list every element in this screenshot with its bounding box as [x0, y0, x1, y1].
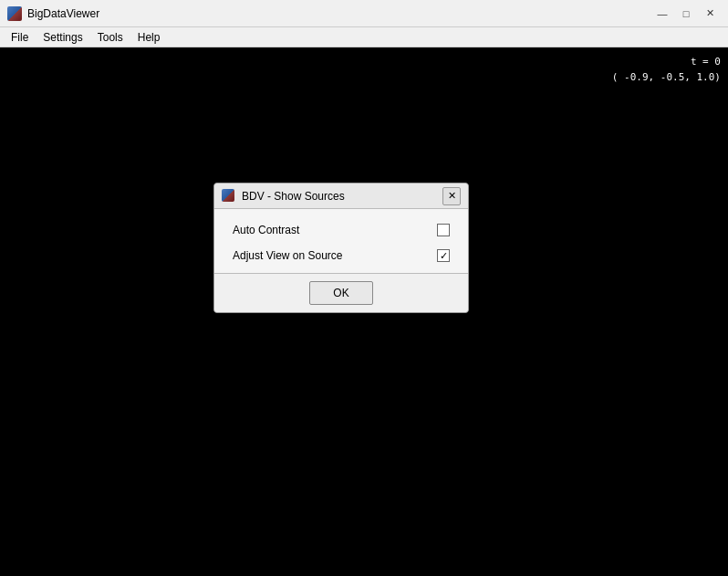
auto-contrast-row: Auto Contrast: [233, 224, 450, 236]
app-title: BigDataViewer: [27, 7, 651, 20]
title-bar: BigDataViewer — □ ✕: [0, 0, 728, 27]
maximize-button[interactable]: □: [675, 3, 697, 25]
adjust-view-checkbox[interactable]: [437, 249, 450, 262]
menu-file[interactable]: File: [4, 29, 36, 46]
menu-help[interactable]: Help: [130, 29, 168, 46]
adjust-view-row: Adjust View on Source: [233, 249, 450, 262]
dialog-icon: [222, 189, 236, 204]
app-icon: [7, 6, 22, 21]
title-bar-controls: — □ ✕: [651, 3, 721, 25]
menu-tools[interactable]: Tools: [90, 29, 130, 46]
dialog-close-button[interactable]: ✕: [442, 187, 461, 205]
ok-button[interactable]: OK: [309, 281, 373, 305]
dialog-content: Auto Contrast Adjust View on Source: [214, 209, 468, 274]
auto-contrast-label: Auto Contrast: [233, 224, 299, 236]
hud-coords: ( -0.9, -0.5, 1.0): [612, 70, 721, 86]
hud-overlay: t = 0 ( -0.9, -0.5, 1.0): [612, 55, 721, 85]
menu-bar: File Settings Tools Help: [0, 27, 728, 47]
dialog-title: BDV - Show Sources: [242, 190, 442, 203]
hud-time: t = 0: [612, 55, 721, 70]
dialog-title-bar: BDV - Show Sources ✕: [214, 183, 468, 209]
close-button[interactable]: ✕: [699, 3, 721, 25]
adjust-view-label: Adjust View on Source: [233, 249, 343, 262]
auto-contrast-checkbox[interactable]: [437, 224, 450, 236]
main-viewport: t = 0 ( -0.9, -0.5, 1.0) BDV - Show Sour…: [0, 47, 728, 576]
show-sources-dialog: BDV - Show Sources ✕ Auto Contrast Adjus…: [213, 183, 469, 313]
minimize-button[interactable]: —: [651, 3, 673, 25]
menu-settings[interactable]: Settings: [36, 29, 89, 46]
dialog-footer: OK: [214, 274, 468, 312]
